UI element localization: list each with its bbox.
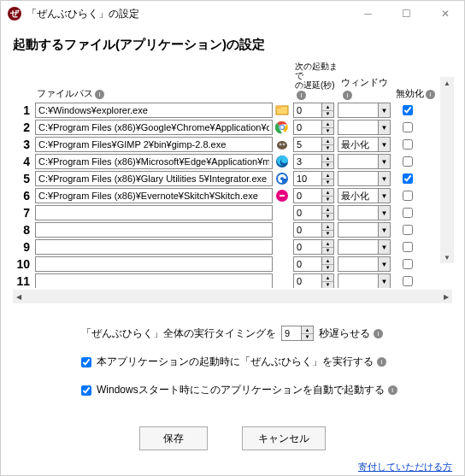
- timing-value[interactable]: 9: [282, 326, 301, 340]
- disable-checkbox[interactable]: [403, 242, 413, 252]
- chevron-up-icon[interactable]: ▲: [322, 240, 333, 248]
- save-button[interactable]: 保存: [139, 426, 208, 450]
- timing-stepper[interactable]: 9 ▲▼: [281, 326, 314, 341]
- delay-stepper[interactable]: 0▲▼: [293, 256, 334, 272]
- window-select[interactable]: ▼: [338, 171, 391, 186]
- chevron-down-icon[interactable]: ▼: [378, 223, 390, 237]
- disable-checkbox[interactable]: [403, 139, 413, 150]
- window-select[interactable]: ▼: [338, 154, 391, 169]
- chevron-up-icon[interactable]: ▲: [322, 138, 333, 145]
- delay-value[interactable]: 0: [294, 103, 321, 117]
- filepath-input[interactable]: [35, 120, 273, 135]
- window-select[interactable]: ▼: [338, 273, 391, 288]
- delay-stepper[interactable]: 0▲▼: [293, 239, 334, 255]
- chevron-up-icon[interactable]: ▲: [322, 257, 333, 265]
- delay-value[interactable]: 10: [294, 172, 321, 185]
- chevron-up-icon[interactable]: ▲: [322, 120, 333, 128]
- minimize-button[interactable]: ─: [349, 1, 387, 26]
- delay-value[interactable]: 5: [294, 138, 321, 151]
- window-select[interactable]: ▼: [338, 222, 391, 238]
- chevron-down-icon[interactable]: ▼: [378, 257, 390, 271]
- chevron-up-icon[interactable]: ▲: [322, 206, 333, 214]
- chevron-up-icon[interactable]: ▲: [322, 189, 333, 197]
- chevron-up-icon[interactable]: ▲: [322, 103, 333, 111]
- delay-stepper[interactable]: 0▲▼: [293, 222, 334, 238]
- delay-stepper[interactable]: 0▲▼: [293, 205, 334, 220]
- chevron-down-icon[interactable]: ▼: [322, 111, 333, 118]
- chevron-down-icon[interactable]: ▼: [378, 120, 390, 134]
- delay-value[interactable]: 0: [294, 189, 321, 203]
- delay-stepper[interactable]: 5▲▼: [293, 137, 334, 152]
- scroll-up-icon[interactable]: ▲: [442, 77, 452, 89]
- chevron-up-icon[interactable]: ▲: [322, 274, 333, 282]
- filepath-input[interactable]: [35, 239, 273, 255]
- chevron-down-icon[interactable]: ▼: [378, 103, 390, 117]
- delay-value[interactable]: 3: [294, 155, 321, 168]
- filepath-input[interactable]: [35, 222, 273, 238]
- window-select[interactable]: ▼: [338, 103, 391, 118]
- disable-checkbox[interactable]: [403, 156, 413, 167]
- delay-stepper[interactable]: 0▲▼: [293, 120, 334, 135]
- chevron-up-icon[interactable]: ▲: [322, 155, 333, 162]
- delay-stepper[interactable]: 10▲▼: [293, 171, 334, 186]
- donate-link[interactable]: 寄付していただける方: [13, 461, 452, 473]
- info-icon[interactable]: i: [343, 91, 352, 100]
- delay-stepper[interactable]: 0▲▼: [293, 103, 334, 118]
- disable-checkbox[interactable]: [403, 208, 413, 218]
- window-select[interactable]: ▼: [338, 120, 391, 135]
- cancel-button[interactable]: キャンセル: [242, 426, 326, 450]
- filepath-input[interactable]: [35, 205, 273, 220]
- disable-checkbox[interactable]: [403, 225, 413, 235]
- scroll-left-icon[interactable]: ◀: [13, 291, 25, 302]
- disable-checkbox[interactable]: [403, 122, 413, 132]
- chevron-down-icon[interactable]: ▼: [322, 197, 333, 203]
- filepath-input[interactable]: [35, 171, 273, 186]
- chevron-down-icon[interactable]: ▼: [322, 179, 333, 186]
- window-select[interactable]: 最小化▼: [338, 137, 391, 152]
- window-select[interactable]: ▼: [338, 205, 391, 220]
- horizontal-scrollbar[interactable]: ◀ ▶: [13, 290, 452, 303]
- delay-value[interactable]: 0: [294, 120, 321, 134]
- chevron-down-icon[interactable]: ▼: [302, 334, 313, 341]
- chevron-down-icon[interactable]: ▼: [378, 274, 390, 288]
- chevron-down-icon[interactable]: ▼: [378, 189, 390, 203]
- chevron-up-icon[interactable]: ▲: [322, 172, 333, 179]
- delay-stepper[interactable]: 0▲▼: [293, 188, 334, 203]
- chevron-down-icon[interactable]: ▼: [378, 155, 390, 168]
- delay-stepper[interactable]: 0▲▼: [293, 273, 334, 288]
- delay-value[interactable]: 0: [294, 257, 321, 271]
- info-icon[interactable]: i: [95, 90, 104, 99]
- maximize-button[interactable]: ☐: [387, 1, 426, 26]
- vertical-scrollbar[interactable]: ▲ ▼: [440, 77, 454, 263]
- chevron-down-icon[interactable]: ▼: [322, 145, 333, 152]
- chevron-down-icon[interactable]: ▼: [378, 206, 390, 220]
- autorun-checkbox[interactable]: [81, 357, 91, 367]
- chevron-down-icon[interactable]: ▼: [322, 128, 333, 135]
- chevron-down-icon[interactable]: ▼: [322, 214, 333, 220]
- window-select[interactable]: ▼: [338, 239, 391, 255]
- window-select[interactable]: 最小化▼: [338, 188, 391, 203]
- window-select[interactable]: ▼: [338, 256, 391, 272]
- disable-checkbox[interactable]: [403, 276, 413, 286]
- info-icon[interactable]: i: [388, 385, 397, 395]
- delay-value[interactable]: 0: [294, 223, 321, 237]
- chevron-down-icon[interactable]: ▼: [322, 231, 333, 238]
- filepath-input[interactable]: [35, 256, 273, 272]
- delay-value[interactable]: 0: [294, 274, 321, 288]
- filepath-input[interactable]: [35, 137, 273, 152]
- info-icon[interactable]: i: [297, 91, 306, 100]
- disable-checkbox[interactable]: [403, 173, 413, 184]
- filepath-input[interactable]: [35, 103, 273, 118]
- info-icon[interactable]: i: [377, 357, 386, 367]
- scroll-down-icon[interactable]: ▼: [442, 251, 452, 263]
- close-button[interactable]: ✕: [426, 1, 464, 26]
- startup-checkbox[interactable]: [81, 385, 91, 396]
- chevron-up-icon[interactable]: ▲: [322, 223, 333, 231]
- scroll-right-icon[interactable]: ▶: [440, 291, 452, 302]
- filepath-input[interactable]: [35, 273, 273, 288]
- delay-value[interactable]: 0: [294, 240, 321, 254]
- chevron-down-icon[interactable]: ▼: [378, 138, 390, 151]
- chevron-down-icon[interactable]: ▼: [322, 265, 333, 272]
- chevron-down-icon[interactable]: ▼: [322, 162, 333, 169]
- disable-checkbox[interactable]: [403, 191, 413, 201]
